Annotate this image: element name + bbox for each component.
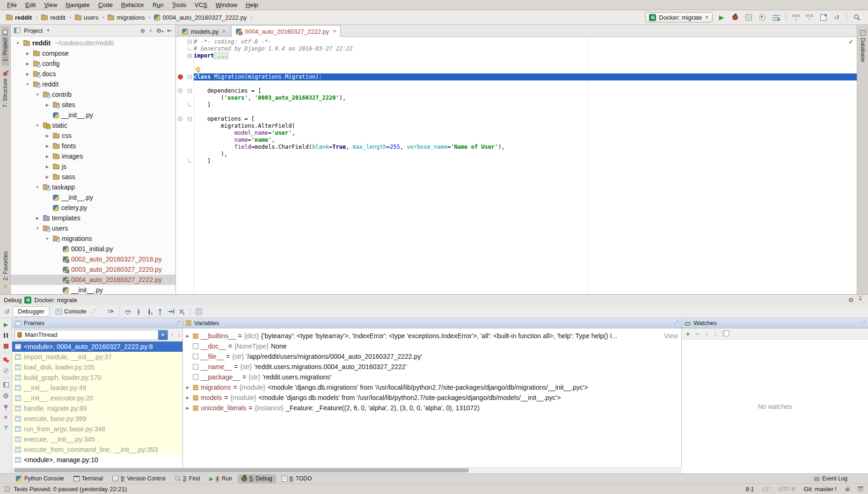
coverage-button[interactable] bbox=[744, 13, 753, 22]
code-line[interactable]: ), bbox=[176, 151, 857, 158]
collapsed-arrow-icon[interactable]: ▶ bbox=[34, 216, 41, 220]
vcs-update-button[interactable]: VCS↓ bbox=[791, 13, 801, 22]
tree-item[interactable]: ▶docs bbox=[11, 69, 175, 79]
view-link[interactable]: View bbox=[664, 332, 679, 340]
profiler-button[interactable] bbox=[758, 13, 767, 22]
tree-item[interactable]: ▼contrib bbox=[11, 89, 175, 100]
vcs-commit-button[interactable]: VCS↑ bbox=[805, 13, 814, 22]
variable-row[interactable]: ▶migrations = {module}<module 'django.db… bbox=[183, 382, 681, 392]
code-editor[interactable]: −# -*- coding: utf-8 -*-# Generated by D… bbox=[176, 37, 857, 294]
tree-item[interactable]: ▶images bbox=[11, 151, 175, 161]
highlighting-level-icon[interactable] bbox=[858, 486, 863, 492]
tool-window-button-find[interactable]: 3: Find bbox=[171, 474, 204, 483]
menu-edit[interactable]: Edit bbox=[21, 0, 40, 9]
expand-arrow-icon[interactable]: ▶ bbox=[185, 385, 190, 390]
frame-row[interactable]: <module>, 0004_auto_20160327_2222.py:8 bbox=[12, 341, 182, 352]
chevron-down-icon[interactable]: ▼ bbox=[158, 330, 168, 340]
collapsed-arrow-icon[interactable]: ▶ bbox=[44, 165, 51, 169]
debugger-settings-button[interactable]: ⚙ bbox=[2, 392, 10, 400]
collapsed-arrow-icon[interactable]: ▶ bbox=[44, 175, 51, 179]
tree-item[interactable]: ▼migrations bbox=[11, 233, 175, 244]
settings-gear-icon[interactable]: ⚙▾ bbox=[156, 27, 163, 34]
collapsed-arrow-icon[interactable]: ▶ bbox=[44, 103, 51, 107]
variable-row[interactable]: __file__ = {str}'/app/reddit/users/migra… bbox=[183, 351, 681, 362]
tool-window-button-run[interactable]: ▶4: Run bbox=[205, 474, 236, 483]
code-line[interactable]: ] bbox=[176, 102, 857, 109]
code-line[interactable]: ('users', '0003_auto_20160327_2220'), bbox=[176, 94, 857, 102]
collapsed-arrow-icon[interactable]: ▶ bbox=[44, 154, 51, 159]
debug-settings-gear-icon[interactable]: ⚙ bbox=[848, 297, 854, 304]
stop-button[interactable] bbox=[2, 342, 10, 350]
collapsed-arrow-icon[interactable]: ▶ bbox=[24, 62, 31, 66]
code-line[interactable]: # Generated by Django 1.9.4 on 2016-03-2… bbox=[176, 45, 857, 52]
editor-tab[interactable]: models.py× bbox=[177, 25, 230, 37]
close-icon[interactable]: × bbox=[332, 28, 336, 35]
code-line[interactable]: −class Migration(migrations.Migration): bbox=[176, 73, 857, 80]
code-line[interactable]: migrations.AlterField( bbox=[176, 123, 857, 130]
intention-bulb-icon[interactable] bbox=[196, 67, 200, 72]
frame-row[interactable]: load_disk, loader.py:105 bbox=[12, 362, 182, 372]
menu-run[interactable]: Run bbox=[148, 0, 168, 9]
collapse-all-button[interactable]: ÷ bbox=[149, 27, 152, 34]
horizontal-scrollbar[interactable] bbox=[12, 467, 682, 473]
search-everywhere-button[interactable] bbox=[852, 13, 861, 22]
tool-window-button-todo[interactable]: 6: TODO bbox=[278, 474, 316, 483]
chevron-down-icon[interactable]: ▼ bbox=[46, 28, 50, 33]
code-line[interactable] bbox=[176, 109, 857, 116]
view-breakpoints-button[interactable] bbox=[2, 356, 10, 364]
tree-item[interactable]: ▶sass bbox=[11, 172, 175, 182]
expanded-arrow-icon[interactable]: ▼ bbox=[44, 237, 51, 241]
force-step-into-button[interactable] bbox=[145, 307, 154, 316]
float-panel-icon[interactable]: →" bbox=[672, 320, 678, 326]
frame-row[interactable]: <module>, manage.py:10 bbox=[12, 455, 182, 465]
frame-row[interactable]: import_module, __init__.py:37 bbox=[12, 352, 182, 362]
tree-item[interactable]: ▶js bbox=[11, 161, 175, 172]
sidebar-item-database[interactable]: Database bbox=[859, 27, 867, 65]
run-button[interactable]: ▶ bbox=[717, 13, 726, 22]
code-line[interactable]: ↑− dependencies = [ bbox=[176, 87, 857, 94]
tool-window-button-terminal[interactable]: Terminal bbox=[70, 474, 107, 483]
tree-item[interactable]: ▶compose bbox=[11, 48, 175, 58]
thread-selector[interactable]: MainThread ▼ bbox=[15, 330, 168, 340]
tree-item[interactable]: __init__.py bbox=[11, 192, 175, 203]
menu-file[interactable]: File bbox=[3, 0, 21, 9]
collapsed-arrow-icon[interactable]: ▶ bbox=[44, 144, 51, 148]
revert-button[interactable]: ↺ bbox=[832, 13, 841, 22]
git-branch-widget[interactable]: Git: master ▲▼ bbox=[803, 486, 837, 493]
add-watch-button[interactable]: + bbox=[686, 330, 690, 338]
frame-row[interactable]: __init__, loader.py:49 bbox=[12, 383, 182, 393]
close-icon[interactable]: × bbox=[221, 28, 226, 35]
run-configuration-select[interactable]: dj Docker: migrate ▼ bbox=[645, 12, 713, 22]
smart-step-into-button[interactable] bbox=[177, 307, 186, 316]
tree-item[interactable]: ▼reddit bbox=[11, 79, 175, 89]
breadcrumb-item[interactable]: migrations bbox=[106, 14, 146, 22]
move-watch-down-button[interactable]: ↓ bbox=[714, 330, 717, 338]
variable-row[interactable]: __name__ = {str}'reddit.users.migrations… bbox=[183, 362, 681, 372]
sidebar-item-favorites[interactable]: ★2: Favorites bbox=[1, 247, 9, 294]
code-line[interactable]: model_name='user', bbox=[176, 130, 857, 137]
resume-button[interactable]: ▶ bbox=[2, 320, 10, 328]
tool-window-button-version-control[interactable]: 9: Version Control bbox=[109, 474, 169, 483]
tree-item[interactable]: 0004_auto_20160327_2222.py bbox=[11, 275, 175, 285]
variable-row[interactable]: __package__ = {str}'reddit.users.migrati… bbox=[183, 372, 681, 382]
menu-code[interactable]: Code bbox=[94, 0, 117, 9]
menu-tools[interactable]: Tools bbox=[168, 0, 190, 9]
scrollbar-thumb[interactable] bbox=[14, 468, 469, 472]
hide-debug-panel-button[interactable]: ▾ bbox=[859, 297, 861, 304]
code-line[interactable]: ] bbox=[176, 158, 857, 165]
tab-debugger[interactable]: Debugger bbox=[13, 306, 50, 317]
run-manage-task-button[interactable] bbox=[771, 13, 780, 22]
tree-item[interactable]: ▶config bbox=[11, 58, 175, 69]
tree-item[interactable]: 0002_auto_20160327_2018.py bbox=[11, 254, 175, 264]
restore-layout-button[interactable] bbox=[2, 381, 10, 389]
breadcrumb-item[interactable]: users bbox=[73, 14, 100, 22]
step-into-button[interactable] bbox=[134, 307, 143, 316]
frame-row[interactable]: run_from_argv, base.py:348 bbox=[12, 424, 182, 434]
tree-item[interactable]: 0003_auto_20160327_2220.py bbox=[11, 264, 175, 275]
variable-row[interactable]: __doc__ = {NoneType} None bbox=[183, 341, 681, 351]
code-line[interactable]: field=models.CharField(blank=True, max_l… bbox=[176, 144, 857, 151]
show-diff-button[interactable] bbox=[818, 13, 828, 22]
code-line[interactable]: name='name', bbox=[176, 137, 857, 144]
tree-item[interactable]: ▼users bbox=[11, 223, 175, 233]
copy-icon[interactable] bbox=[722, 331, 727, 336]
